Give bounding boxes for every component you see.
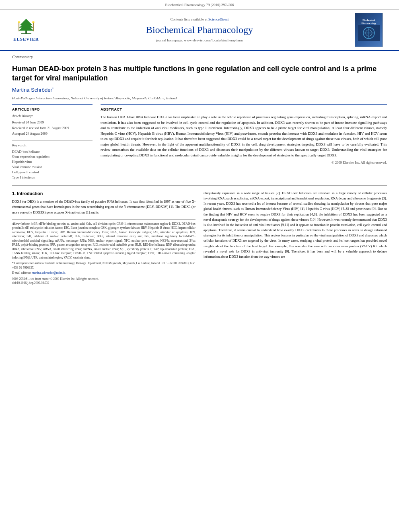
keywords-list: DEAD-box helicase Gene expression regula… — [12, 150, 93, 180]
issn-line: 0006-2952/$ – see front matter © 2009 El… — [12, 277, 195, 286]
article-info-box: Article Info Article history: Received 2… — [12, 104, 93, 180]
svg-point-8 — [32, 21, 35, 23]
keywords-section: Keywords: DEAD-box helicase Gene express… — [12, 140, 93, 180]
sciencedirect-link[interactable]: ScienceDirect — [208, 17, 228, 21]
elsevier-logo: ELSEVIER — [8, 17, 44, 42]
journal-citation: Biochemical Pharmacology 79 (2010) 297–3… — [0, 0, 399, 10]
svg-point-6 — [18, 21, 20, 23]
intro-col-right: ubiquitously expressed in a wide range o… — [204, 191, 387, 286]
keyword-6: Type I interferon — [12, 175, 93, 180]
svg-rect-5 — [19, 23, 19, 31]
revised-date: Received in revised form 21 August 2009 — [12, 126, 93, 131]
citation-text: Biochemical Pharmacology 79 (2010) 297–3… — [165, 3, 234, 7]
author-affiliation: Host–Pathogen Interaction Laboratory, Na… — [12, 96, 387, 101]
abstract-title: Abstract — [101, 107, 387, 112]
author-name: Martina Schröder* — [12, 86, 387, 94]
cover-title: Biochemical Pharmacology — [362, 18, 376, 25]
main-content: Commentary Human DEAD-box protein 3 has … — [0, 54, 399, 286]
journal-cover-image: Biochemical Pharmacology — [355, 13, 383, 47]
keyword-4: Viral immune evasion — [12, 165, 93, 170]
intro-text-col1: DDX3 (or DBX) is a member of the DEAD-bo… — [12, 199, 195, 215]
history-label: Article history: — [12, 114, 93, 119]
journal-banner: ELSEVIER Contents lists available at Sci… — [0, 10, 399, 51]
keyword-5: Cell growth control — [12, 170, 93, 175]
abbreviations-text: Abbreviations: 4eBP, eIF4e-binding prote… — [12, 222, 195, 260]
intro-col-left: 1. Introduction DDX3 (or DBX) is a membe… — [12, 191, 195, 286]
correspondence-line: * Correspondence address: Institute of I… — [12, 261, 195, 270]
contents-available-text: Contents lists available at ScienceDirec… — [44, 17, 355, 22]
svg-rect-7 — [33, 23, 34, 31]
introduction-section: 1. Introduction DDX3 (or DBX) is a membe… — [12, 191, 387, 286]
email-line: E-mail address: martina.schroeder@nuim.i… — [12, 271, 195, 275]
abstract-column: Abstract The human DEAD-box RNA helicase… — [101, 104, 387, 180]
svg-rect-0 — [25, 30, 27, 34]
article-info-column: Article Info Article history: Received 2… — [12, 104, 93, 180]
page: Biochemical Pharmacology 79 (2010) 297–3… — [0, 0, 399, 532]
footnotes-section: Abbreviations: 4eBP, eIF4e-binding prote… — [12, 219, 195, 286]
elsevier-logo-container: ELSEVIER — [8, 17, 44, 42]
received-date: Received 24 June 2009 — [12, 120, 93, 125]
article-info-title: Article Info — [12, 107, 93, 112]
elsevier-name: ELSEVIER — [13, 36, 39, 42]
keywords-label: Keywords: — [12, 143, 93, 148]
email-address[interactable]: martina.schroeder@nuim.ie. — [32, 271, 66, 275]
intro-text-col2: ubiquitously expressed in a wide range o… — [204, 191, 387, 259]
journal-title: Biochemical Pharmacology — [44, 23, 355, 37]
elsevier-tree-icon — [16, 17, 36, 35]
copyright-line: © 2009 Elsevier Inc. All rights reserved… — [101, 160, 387, 165]
section-type-label: Commentary — [12, 54, 387, 61]
svg-rect-1 — [21, 33, 31, 34]
article-info-abstract: Article Info Article history: Received 2… — [12, 104, 387, 180]
section-divider — [12, 185, 387, 186]
journal-cover-container: Biochemical Pharmacology — [355, 13, 391, 47]
accepted-date: Accepted 24 August 2009 — [12, 131, 93, 136]
keyword-1: DEAD-box helicase — [12, 150, 93, 154]
abstract-text: The human DEAD-box RNA helicase DDX3 has… — [101, 115, 387, 158]
abstract-section: Abstract The human DEAD-box RNA helicase… — [101, 104, 387, 165]
keyword-3: Hepatitis virus — [12, 160, 93, 164]
keyword-2: Gene expression regulation — [12, 154, 93, 159]
journal-info-center: Contents lists available at ScienceDirec… — [44, 17, 355, 43]
journal-homepage: journal homepage: www.elsevier.com/locat… — [44, 38, 355, 43]
cover-graphic — [358, 25, 380, 41]
intro-heading: 1. Introduction — [12, 191, 195, 197]
article-title: Human DEAD-box protein 3 has multiple fu… — [12, 64, 387, 83]
